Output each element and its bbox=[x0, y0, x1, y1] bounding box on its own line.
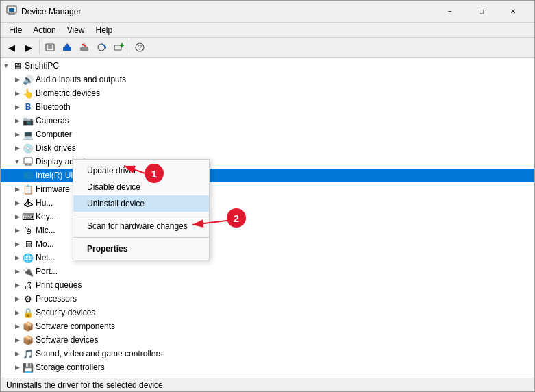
menu-file[interactable]: File bbox=[3, 23, 27, 38]
computer-expand-icon[interactable]: ▶ bbox=[12, 129, 23, 140]
svg-rect-4 bbox=[9, 8, 14, 12]
ctx-sep-1 bbox=[73, 215, 209, 215]
update-driver-button[interactable] bbox=[59, 39, 75, 56]
tree-item-audio[interactable]: ▶ 🔊 Audio inputs and outputs bbox=[1, 73, 534, 86]
tree-root[interactable]: ▼ 🖥 SrishtiPC bbox=[1, 59, 534, 73]
firmware-expand-icon[interactable]: ▶ bbox=[12, 184, 23, 195]
sysdev-icon: 🖥 bbox=[23, 376, 34, 378]
tree-item-sysdev[interactable]: ▶ 🖥 System devices bbox=[1, 374, 534, 378]
security-icon: 🔒 bbox=[23, 307, 34, 318]
storage-expand-icon[interactable]: ▶ bbox=[12, 362, 23, 373]
storage-label: Storage controllers bbox=[36, 363, 105, 372]
help-button[interactable]: ? bbox=[132, 39, 148, 56]
storage-icon: 💾 bbox=[23, 362, 34, 373]
network-icon: 🌐 bbox=[23, 252, 34, 263]
tree-item-biometric[interactable]: ▶ 👆 Biometric devices bbox=[1, 86, 534, 100]
title-bar-controls: − □ ✕ bbox=[434, 1, 529, 23]
cameras-icon: 📷 bbox=[23, 115, 34, 126]
monitors-label: Mo... bbox=[36, 239, 54, 249]
tree-item-disk[interactable]: ▶ 💿 Disk drives bbox=[1, 141, 534, 155]
printq-expand-icon[interactable]: ▶ bbox=[12, 280, 23, 291]
menu-help[interactable]: Help bbox=[90, 23, 119, 38]
hid-expand-icon[interactable]: ▶ bbox=[12, 197, 23, 208]
bluetooth-label: Bluetooth bbox=[36, 102, 71, 112]
root-expand-icon[interactable]: ▼ bbox=[1, 60, 12, 71]
uninstall-button[interactable] bbox=[76, 39, 92, 56]
security-expand-icon[interactable]: ▶ bbox=[12, 307, 23, 318]
menu-view[interactable]: View bbox=[62, 23, 90, 38]
softdev-label: Software devices bbox=[36, 335, 98, 345]
tree-item-sound[interactable]: ▶ 🎵 Sound, video and game controllers bbox=[1, 347, 534, 360]
biometric-expand-icon[interactable]: ▶ bbox=[12, 88, 23, 99]
hid-label: Hu... bbox=[36, 198, 53, 208]
ctx-uninstall-device[interactable]: Uninstall device bbox=[73, 195, 209, 212]
sound-label: Sound, video and game controllers bbox=[36, 349, 162, 358]
audio-expand-icon[interactable]: ▶ bbox=[12, 74, 23, 85]
properties-button[interactable] bbox=[42, 39, 58, 56]
ctx-properties[interactable]: Properties bbox=[73, 241, 209, 257]
ctx-sep-2 bbox=[73, 237, 209, 238]
bluetooth-expand-icon[interactable]: ▶ bbox=[12, 101, 23, 112]
svg-rect-5 bbox=[46, 44, 54, 51]
annotation-2: 2 bbox=[227, 208, 246, 228]
add-legacy-button[interactable] bbox=[110, 39, 127, 56]
display-expand-icon[interactable]: ▼ bbox=[12, 156, 23, 167]
svg-text:?: ? bbox=[138, 44, 142, 51]
maximize-button[interactable]: □ bbox=[466, 1, 497, 23]
disk-label: Disk drives bbox=[36, 143, 76, 153]
processors-label: Processors bbox=[36, 294, 77, 304]
ports-icon: 🔌 bbox=[23, 266, 34, 277]
tree-item-processors[interactable]: ▶ ⚙ Processors bbox=[1, 292, 534, 306]
toolbar: ◀ ▶ bbox=[1, 38, 534, 58]
monitors-expand-icon[interactable]: ▶ bbox=[12, 238, 23, 249]
computer-icon: 💻 bbox=[23, 129, 34, 140]
tree-item-softcomp[interactable]: ▶ 📦 Software components bbox=[1, 319, 534, 333]
ports-expand-icon[interactable]: ▶ bbox=[12, 266, 23, 277]
close-button[interactable]: ✕ bbox=[497, 1, 529, 23]
sysdev-expand-icon[interactable]: ▶ bbox=[12, 376, 23, 378]
context-menu: Update driver Disable device Uninstall d… bbox=[73, 159, 210, 260]
tree-item-computer[interactable]: ▶ 💻 Computer bbox=[1, 127, 534, 141]
processors-icon: ⚙ bbox=[23, 293, 34, 304]
sound-expand-icon[interactable]: ▶ bbox=[12, 348, 23, 359]
tree-item-cameras[interactable]: ▶ 📷 Cameras bbox=[1, 114, 534, 127]
hid-icon: 🕹 bbox=[23, 197, 34, 208]
network-expand-icon[interactable]: ▶ bbox=[12, 252, 23, 263]
security-label: Security devices bbox=[36, 308, 95, 317]
root-label: SrishtiPC bbox=[25, 61, 59, 71]
main-content: ▼ 🖥 SrishtiPC ▶ 🔊 Audio inputs and outpu… bbox=[1, 58, 534, 378]
tree-item-ports[interactable]: ▶ 🔌 Port... bbox=[1, 265, 534, 278]
firmware-icon: 📋 bbox=[23, 184, 34, 195]
audio-label: Audio inputs and outputs bbox=[36, 75, 126, 84]
softdev-expand-icon[interactable]: ▶ bbox=[12, 334, 23, 345]
tree-item-storage[interactable]: ▶ 💾 Storage controllers bbox=[1, 360, 534, 374]
tree-item-softdev[interactable]: ▶ 📦 Software devices bbox=[1, 333, 534, 347]
ctx-scan-hardware[interactable]: Scan for hardware changes bbox=[73, 218, 209, 234]
menu-action[interactable]: Action bbox=[27, 23, 61, 38]
ctx-disable-device[interactable]: Disable device bbox=[73, 179, 209, 195]
title-bar: Device Manager − □ ✕ bbox=[1, 1, 534, 23]
root-computer-icon: 🖥 bbox=[12, 60, 23, 71]
scan-hardware-button[interactable] bbox=[93, 39, 110, 56]
app-icon bbox=[6, 5, 17, 18]
disk-expand-icon[interactable]: ▶ bbox=[12, 143, 23, 154]
annotation-1: 1 bbox=[145, 164, 164, 183]
monitors-icon: 🖥 bbox=[23, 238, 34, 249]
back-button[interactable]: ◀ bbox=[3, 39, 20, 56]
title-bar-label: Device Manager bbox=[21, 7, 434, 16]
biometric-label: Biometric devices bbox=[36, 88, 100, 98]
ctx-update-driver[interactable]: Update driver bbox=[73, 162, 209, 179]
processors-expand-icon[interactable]: ▶ bbox=[12, 293, 23, 304]
ports-label: Port... bbox=[36, 267, 58, 276]
cameras-expand-icon[interactable]: ▶ bbox=[12, 115, 23, 126]
forward-button[interactable]: ▶ bbox=[21, 39, 37, 56]
softcomp-expand-icon[interactable]: ▶ bbox=[12, 321, 23, 332]
network-label: Net... bbox=[36, 253, 55, 262]
tree-item-printq[interactable]: ▶ 🖨 Print queues bbox=[1, 278, 534, 292]
svg-rect-21 bbox=[24, 158, 32, 164]
tree-item-security[interactable]: ▶ 🔒 Security devices bbox=[1, 306, 534, 319]
minimize-button[interactable]: − bbox=[434, 1, 466, 23]
tree-item-bluetooth[interactable]: ▶ B Bluetooth bbox=[1, 100, 534, 114]
mice-expand-icon[interactable]: ▶ bbox=[12, 225, 23, 236]
display-icon bbox=[23, 156, 34, 167]
